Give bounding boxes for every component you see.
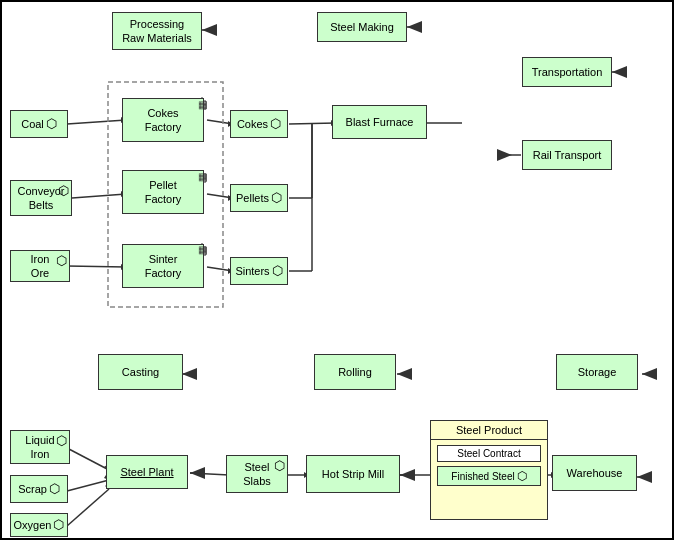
steel-slabs-node: Steel Slabs ⬡ [226, 455, 288, 493]
steel-contract-label: Steel Contract [457, 448, 520, 459]
iron-ore-node: Iron Ore ⬡ [10, 250, 70, 282]
svg-marker-6 [497, 149, 512, 161]
storage-node: Storage [556, 354, 638, 390]
svg-marker-29 [397, 368, 412, 380]
steel-plant-label: Steel Plant [120, 465, 173, 479]
conveyor-belts-node: Conveyor Belts ⬡ [10, 180, 72, 216]
svg-marker-27 [182, 368, 197, 380]
transportation-node: Transportation [522, 57, 612, 87]
rolling-node: Rolling [314, 354, 396, 390]
pellet-factory-node: Pellet Factory [122, 170, 204, 214]
transportation-label: Transportation [532, 65, 603, 79]
liquid-iron-node: Liquid Iron ⬡ [10, 430, 70, 464]
warehouse-node: Warehouse [552, 455, 637, 491]
steel-product-label: Steel Product [431, 421, 547, 440]
svg-marker-2 [407, 21, 422, 33]
rail-transport-label: Rail Transport [533, 148, 601, 162]
steel-product-container: Steel Product Steel Contract Finished St… [430, 420, 548, 520]
steel-slabs-label: Steel Slabs [243, 460, 271, 489]
blast-furnace-node: Blast Furnace [332, 105, 427, 139]
steel-plant-node: Steel Plant [106, 455, 188, 489]
svg-marker-49 [637, 471, 652, 483]
svg-line-41 [190, 473, 229, 475]
svg-line-20 [289, 123, 336, 124]
finished-steel-node: Finished Steel ⬡ [437, 466, 541, 486]
processing-raw-materials-node: Processing Raw Materials [112, 12, 202, 50]
svg-line-8 [67, 120, 126, 124]
pellets-label: Pellets [236, 191, 269, 205]
finished-steel-label: Finished Steel [451, 471, 514, 482]
sinter-factory-label: Sinter Factory [145, 252, 182, 281]
oxygen-label: Oxygen [14, 518, 52, 532]
casting-node: Casting [98, 354, 183, 390]
coal-node: Coal ⬡ [10, 110, 68, 138]
sinter-factory-node: Sinter Factory [122, 244, 204, 288]
processing-raw-materials-label: Processing Raw Materials [122, 17, 192, 46]
svg-line-12 [67, 266, 126, 267]
oxygen-node: Oxygen ⬡ [10, 513, 68, 537]
hot-strip-mill-label: Hot Strip Mill [322, 467, 384, 481]
cokes-factory-node: Cokes Factory [122, 98, 204, 142]
svg-line-37 [67, 489, 109, 526]
cokes-node: Cokes ⬡ [230, 110, 288, 138]
liquid-iron-label: Liquid Iron [25, 433, 54, 462]
pellets-node: Pellets ⬡ [230, 184, 288, 212]
steel-contract-node: Steel Contract [437, 445, 541, 462]
svg-marker-4 [612, 66, 627, 78]
cokes-factory-label: Cokes Factory [145, 106, 182, 135]
rail-transport-node: Rail Transport [522, 140, 612, 170]
svg-marker-39 [190, 467, 205, 479]
sinters-label: Sinters [235, 264, 269, 278]
pellet-factory-label: Pellet Factory [145, 178, 182, 207]
svg-line-33 [67, 448, 109, 470]
coal-label: Coal [21, 117, 44, 131]
storage-label: Storage [578, 365, 617, 379]
rolling-label: Rolling [338, 365, 372, 379]
sinter-factory-icon: ▦ [198, 244, 207, 255]
svg-line-10 [72, 194, 126, 198]
svg-line-35 [67, 480, 109, 491]
pellet-factory-icon: ▦ [198, 171, 207, 182]
sinters-node: Sinters ⬡ [230, 257, 288, 285]
svg-marker-31 [642, 368, 657, 380]
scrap-node: Scrap ⬡ [10, 475, 68, 503]
blast-furnace-label: Blast Furnace [346, 115, 414, 129]
hot-strip-mill-node: Hot Strip Mill [306, 455, 400, 493]
iron-ore-label: Iron Ore [31, 252, 50, 281]
warehouse-label: Warehouse [567, 466, 623, 480]
svg-marker-0 [202, 24, 217, 36]
steel-making-node: Steel Making [317, 12, 407, 42]
cokes-factory-icon: ▦ [198, 99, 207, 110]
svg-marker-44 [400, 469, 415, 481]
scrap-label: Scrap [18, 482, 47, 496]
steel-making-label: Steel Making [330, 20, 394, 34]
casting-label: Casting [122, 365, 159, 379]
cokes-label: Cokes [237, 117, 268, 131]
